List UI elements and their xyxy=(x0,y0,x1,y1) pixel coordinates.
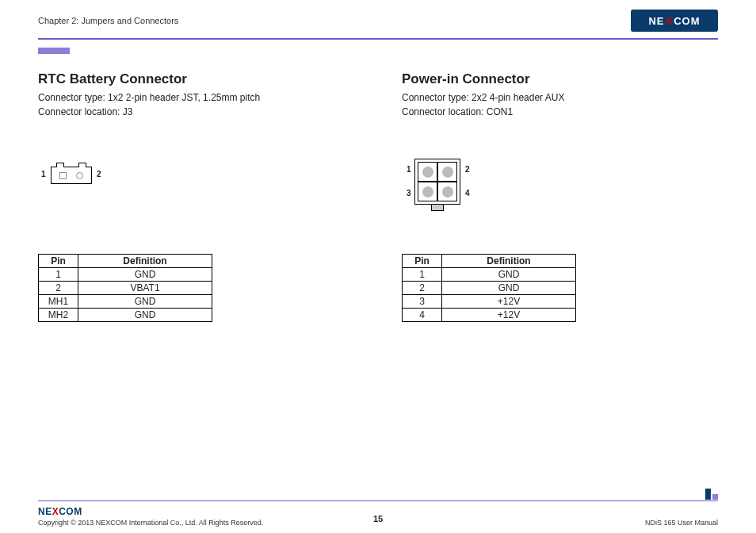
table-row: 3+12V xyxy=(403,295,576,309)
table-row: 1GND xyxy=(403,268,576,282)
pwr-pin3-icon xyxy=(418,182,437,201)
pwr-tab-icon xyxy=(431,205,444,211)
def-cell: +12V xyxy=(442,295,576,309)
th-definition: Definition xyxy=(442,255,576,268)
corner-decoration-icon xyxy=(705,489,718,500)
pin-cell: 1 xyxy=(39,268,78,282)
pin-cell: 2 xyxy=(39,282,78,295)
def-cell: +12V xyxy=(442,309,576,322)
pwr-pin-label-2: 2 xyxy=(465,165,470,174)
rtc-pin-label-1: 1 xyxy=(41,170,46,178)
manual-name: NDiS 165 User Manual xyxy=(645,519,718,527)
rtc-notch-icon xyxy=(56,163,64,167)
power-in-section: Power-in Connector Connector type: 2x2 4… xyxy=(402,71,718,322)
pwr-description: Connector type: 2x2 4-pin header AUX Con… xyxy=(402,90,718,119)
pwr-pin-label-4: 4 xyxy=(465,189,470,197)
chapter-label: Chapter 2: Jumpers and Connectors xyxy=(38,16,178,25)
pwr-pin4-icon xyxy=(437,182,457,201)
pwr-diagram: 1 2 3 4 xyxy=(403,159,718,222)
table-header-row: Pin Definition xyxy=(403,255,576,268)
brand-text-post: COM xyxy=(59,506,82,517)
header-rule xyxy=(38,38,718,40)
pin-cell: MH1 xyxy=(39,295,78,309)
pwr-connector-body xyxy=(414,159,460,205)
def-cell: VBAT1 xyxy=(78,282,212,295)
th-definition: Definition xyxy=(78,255,212,268)
pwr-pin-label-3: 3 xyxy=(407,189,411,197)
def-cell: GND xyxy=(78,268,212,282)
footer-rule xyxy=(38,500,718,502)
rtc-description: Connector type: 1x2 2-pin header JST, 1.… xyxy=(38,90,354,119)
table-row: MH1GND xyxy=(39,295,212,309)
rtc-pin-label-2: 2 xyxy=(97,170,101,178)
copyright-text: Copyright © 2013 NEXCOM International Co… xyxy=(38,519,263,527)
brand-text-pre: NE xyxy=(38,506,52,517)
header-accent xyxy=(38,48,70,54)
rtc-pin-table: Pin Definition 1GND 2VBAT1 MH1GND MH2GND xyxy=(38,254,212,322)
pwr-pin-table: Pin Definition 1GND 2GND 3+12V 4+12V xyxy=(402,254,576,322)
def-cell: GND xyxy=(442,268,576,282)
pwr-pin2-icon xyxy=(437,162,457,182)
main-content: RTC Battery Connector Connector type: 1x… xyxy=(0,54,756,322)
footer-brand-logo: NEXCOM xyxy=(38,506,263,517)
def-cell: GND xyxy=(78,309,212,322)
def-cell: GND xyxy=(78,295,212,309)
table-row: 1GND xyxy=(39,268,212,282)
pin-cell: 3 xyxy=(403,295,442,309)
rtc-pin1-icon xyxy=(59,172,67,179)
rtc-diagram: 1 2 xyxy=(40,159,354,198)
table-row: MH2GND xyxy=(39,309,212,322)
table-row: 2GND xyxy=(403,282,576,295)
page-header: Chapter 2: Jumpers and Connectors NEXCOM xyxy=(0,0,756,32)
rtc-location: Connector location: J3 xyxy=(38,105,354,119)
footer-left: NEXCOM Copyright © 2013 NEXCOM Internati… xyxy=(38,506,263,527)
pwr-type: Connector type: 2x2 4-pin header AUX xyxy=(402,90,718,105)
rtc-pin2-icon xyxy=(76,172,83,179)
def-cell: GND xyxy=(442,282,576,295)
table-row: 2VBAT1 xyxy=(39,282,212,295)
table-row: 4+12V xyxy=(403,309,576,322)
pwr-pin1-icon xyxy=(418,162,437,182)
pin-cell: 4 xyxy=(403,309,442,322)
th-pin: Pin xyxy=(403,255,442,268)
brand-text-pre: NE xyxy=(648,15,664,27)
brand-logo: NEXCOM xyxy=(631,10,718,32)
rtc-title: RTC Battery Connector xyxy=(38,71,354,87)
rtc-type: Connector type: 1x2 2-pin header JST, 1.… xyxy=(38,90,354,105)
rtc-connector-body xyxy=(51,167,92,184)
table-header-row: Pin Definition xyxy=(39,255,212,268)
brand-text-post: COM xyxy=(674,15,700,27)
pin-cell: 1 xyxy=(403,268,442,282)
brand-text-x: X xyxy=(665,15,674,27)
th-pin: Pin xyxy=(39,255,78,268)
pin-cell: MH2 xyxy=(39,309,78,322)
pwr-title: Power-in Connector xyxy=(402,71,718,87)
pwr-location: Connector location: CON1 xyxy=(402,105,718,119)
brand-text-x: X xyxy=(52,506,59,517)
rtc-notch-icon xyxy=(78,163,86,167)
rtc-section: RTC Battery Connector Connector type: 1x… xyxy=(38,71,354,322)
pwr-pin-label-1: 1 xyxy=(407,165,411,174)
pin-cell: 2 xyxy=(403,282,442,295)
page-number: 15 xyxy=(373,514,383,523)
